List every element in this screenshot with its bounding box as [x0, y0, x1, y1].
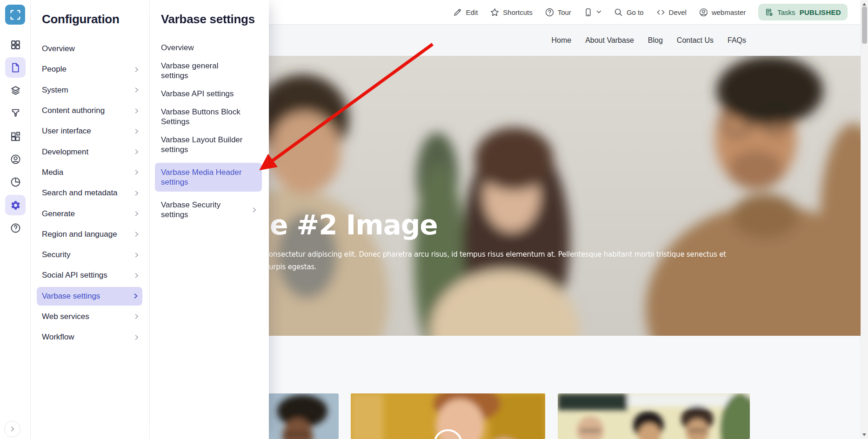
dashboard-icon[interactable] — [5, 34, 26, 55]
people-icon[interactable] — [5, 149, 26, 169]
configuration-menu: Overview People System Content authoring… — [31, 39, 149, 347]
goto-button[interactable]: Go to — [614, 8, 644, 17]
panel-title: Configuration — [42, 12, 149, 27]
menu-item-varbase-api-settings[interactable]: Varbase API settings — [150, 89, 269, 99]
content-icon[interactable] — [5, 57, 26, 78]
teaser-card-3[interactable] — [558, 393, 750, 439]
menu-item-region-and-language[interactable]: Region and language — [31, 224, 149, 245]
menu-item-user-interface[interactable]: User interface — [31, 121, 149, 141]
menu-item-varbase-media-header-settings[interactable]: Varbase Media Header settings — [155, 163, 262, 192]
tour-button[interactable]: Tour — [545, 8, 571, 17]
pencil-icon — [453, 8, 462, 17]
configuration-icon[interactable] — [5, 195, 26, 215]
edit-button[interactable]: Edit — [453, 8, 478, 17]
help-icon[interactable] — [5, 218, 26, 238]
reports-icon[interactable] — [5, 172, 26, 192]
chevron-right-icon — [133, 107, 140, 114]
devel-button[interactable]: Devel — [656, 8, 687, 17]
chevron-right-icon — [133, 210, 140, 217]
chevron-right-icon — [133, 66, 140, 73]
extend-icon[interactable] — [5, 126, 26, 146]
menu-item-people[interactable]: People — [31, 59, 149, 80]
status-badge: PUBLISHED — [800, 8, 841, 16]
menu-item-security[interactable]: Security — [31, 245, 149, 265]
tasks-icon — [765, 8, 773, 16]
chevron-right-icon — [133, 272, 140, 279]
varbase-settings-menu: Overview Varbase general settings Varbas… — [150, 43, 269, 228]
chevron-right-icon — [133, 148, 140, 155]
nav-link-faqs[interactable]: FAQs — [728, 36, 746, 45]
menu-item-system[interactable]: System — [31, 80, 149, 100]
chevron-down-icon — [596, 10, 601, 14]
expand-rail-button[interactable] — [4, 421, 20, 437]
hero-body-text: onsectetur adipiscing elit. Donec pharet… — [269, 248, 739, 273]
nav-link-home[interactable]: Home — [551, 36, 571, 45]
menu-item-varbase-layout-builder-settings[interactable]: Varbase Layout Builder settings — [150, 135, 269, 154]
structure-icon[interactable] — [5, 80, 26, 100]
menu-item-varbase-security-settings[interactable]: Varbase Security settings — [150, 200, 269, 220]
flyout-title: Varbase settings — [161, 12, 269, 27]
user-menu-button[interactable]: webmaster — [699, 8, 746, 17]
phone-icon — [584, 8, 593, 17]
chevron-right-icon — [251, 206, 258, 213]
page-scrollbar[interactable] — [861, 0, 868, 439]
menu-item-search-and-metadata[interactable]: Search and metadata — [31, 183, 149, 203]
person-circle-icon — [699, 8, 708, 17]
question-circle-icon — [545, 8, 554, 17]
menu-item-development[interactable]: Development — [31, 141, 149, 162]
chevron-right-icon — [133, 334, 140, 341]
chevron-right-icon — [133, 190, 140, 197]
shortcuts-button[interactable]: Shortcuts — [490, 8, 532, 17]
menu-item-web-services[interactable]: Web services — [31, 306, 149, 327]
hero-title: e #2 Image — [270, 209, 438, 241]
chevron-right-icon — [133, 313, 140, 320]
scrollbar-thumb[interactable] — [862, 7, 867, 44]
menu-item-workflow[interactable]: Workflow — [31, 327, 149, 347]
appearance-icon[interactable] — [5, 103, 26, 123]
chevron-right-icon — [133, 231, 140, 238]
responsive-preview-button[interactable] — [584, 8, 601, 17]
menu-item-social-api-settings[interactable]: Social API settings — [31, 265, 149, 286]
configuration-panel: Configuration Overview People System Con… — [31, 0, 150, 439]
chevron-right-icon — [133, 169, 140, 176]
chevron-right-icon — [133, 252, 140, 259]
code-icon — [656, 8, 665, 17]
menu-item-varbase-overview[interactable]: Overview — [150, 43, 269, 53]
varbase-logo[interactable] — [5, 5, 25, 25]
search-icon — [614, 8, 623, 17]
tasks-published-badge[interactable]: Tasks PUBLISHED — [758, 4, 848, 20]
chevron-right-icon — [9, 426, 16, 432]
star-icon — [490, 8, 499, 17]
chevron-right-icon — [132, 293, 139, 299]
menu-item-overview[interactable]: Overview — [31, 39, 149, 59]
varbase-settings-flyout: Varbase settings Overview Varbase genera… — [150, 0, 269, 439]
menu-item-varbase-buttons-block-settings[interactable]: Varbase Buttons Block Settings — [150, 107, 269, 126]
nav-link-contact-us[interactable]: Contact Us — [677, 36, 714, 45]
chevron-right-icon — [133, 128, 140, 135]
nav-link-blog[interactable]: Blog — [648, 36, 663, 45]
menu-item-media[interactable]: Media — [31, 162, 149, 183]
nav-link-about-varbase[interactable]: About Varbase — [585, 36, 634, 45]
menu-item-content-authoring[interactable]: Content authoring — [31, 100, 149, 121]
scrollbar-down-arrow[interactable] — [862, 433, 866, 436]
chevron-right-icon — [133, 86, 140, 93]
admin-icon-rail — [0, 0, 31, 439]
menu-item-generate[interactable]: Generate — [31, 203, 149, 224]
menu-item-varbase-settings[interactable]: Varbase settings — [37, 287, 142, 306]
scrollbar-up-arrow[interactable] — [862, 3, 866, 6]
menu-item-varbase-general-settings[interactable]: Varbase general settings — [150, 61, 269, 80]
teaser-card-2[interactable] — [351, 393, 545, 439]
card-photo-3 — [558, 393, 750, 439]
